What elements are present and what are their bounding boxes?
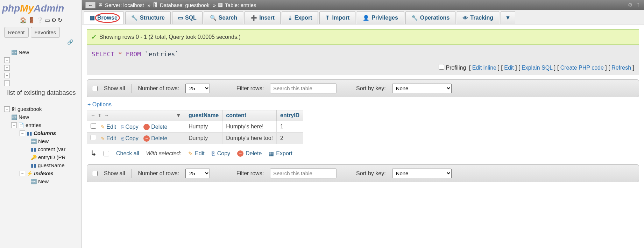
status-text: Showing rows 0 - 1 (2 total, Query took … (99, 34, 241, 40)
tree-new-table[interactable]: 🆕New (1, 113, 82, 121)
sql-window-icon[interactable]: ▭ (45, 17, 50, 23)
tab-privileges[interactable]: 👤Privileges (357, 11, 404, 24)
recent-tab[interactable]: Recent (4, 27, 29, 38)
edit-link[interactable]: Edit (504, 65, 514, 71)
filter-input[interactable] (270, 168, 337, 178)
sort-key-select[interactable]: None (392, 84, 452, 93)
sql-identifier: `entries` (145, 50, 179, 58)
tab-label: Structure (140, 15, 165, 21)
expander-icon[interactable]: − (4, 57, 10, 63)
sql-keyword: FROM (126, 50, 141, 58)
tab-tracking[interactable]: 👁Tracking (457, 11, 499, 24)
favorites-tab[interactable]: Favorites (31, 27, 60, 38)
tab-insert[interactable]: ➕Insert (245, 11, 281, 24)
crumb-database[interactable]: Database: guestbook (160, 2, 210, 8)
num-rows-select[interactable]: 25 (185, 84, 210, 93)
tree-label: Columns (34, 130, 56, 136)
edit-inline-link[interactable]: Edit inline (472, 65, 496, 71)
collapse-icon[interactable]: − (20, 171, 25, 176)
filter-input[interactable] (270, 83, 337, 93)
cell-entryid: 1 (277, 121, 303, 133)
sort-key-select[interactable]: None (392, 169, 452, 178)
back-button[interactable]: ← (85, 2, 95, 8)
expander-icon[interactable]: + (4, 65, 10, 71)
chevron-down-icon[interactable]: ▼ (176, 112, 181, 119)
tree-label: entries (26, 122, 41, 128)
bulk-copy-link[interactable]: ⎘Copy (212, 150, 230, 157)
tab-search[interactable]: 🔍Search (204, 11, 243, 24)
logout-icon[interactable]: 🚪 (28, 17, 35, 23)
filter-label: Filter rows: (236, 170, 264, 177)
explain-sql-link[interactable]: Explain SQL (522, 65, 552, 71)
home-icon[interactable]: 🏠 (20, 17, 27, 23)
collapse-icon[interactable]: − (20, 130, 25, 136)
check-all-link[interactable]: Check all (116, 150, 139, 157)
bulk-export-link[interactable]: ▦Export (269, 150, 292, 157)
bulk-delete-link[interactable]: −Delete (237, 150, 262, 157)
tree-label: Indexes (34, 170, 54, 176)
show-all-checkbox[interactable] (92, 86, 98, 91)
row-delete-link[interactable]: −Delete (143, 124, 167, 130)
tab-label: SQL (185, 15, 197, 21)
bulk-edit-link[interactable]: ✎Edit (188, 150, 205, 157)
tree-table-entries[interactable]: −📄entries (1, 121, 82, 129)
num-rows-select[interactable]: 25 (185, 169, 210, 178)
tab-sql[interactable]: ▭SQL (172, 11, 203, 24)
tree-columns[interactable]: −▮▮Columns (1, 129, 82, 137)
tab-structure[interactable]: 🔧Structure (125, 11, 171, 24)
row-checkbox[interactable] (91, 123, 96, 129)
crumb-server[interactable]: Server: localhost (105, 2, 144, 8)
reload-icon[interactable]: ↻ (58, 17, 62, 23)
tree-idx-new[interactable]: 🆕New (1, 177, 82, 185)
col-content-header[interactable]: content (222, 110, 277, 121)
show-all-label: Show all (104, 85, 125, 92)
tree-col-entryid[interactable]: 🔑entryID (PR (1, 153, 82, 161)
check-all-checkbox[interactable] (104, 151, 109, 156)
tree-indexes[interactable]: −⚡Indexes (1, 169, 82, 177)
settings-icon[interactable]: ⚙ (51, 17, 56, 23)
create-php-link[interactable]: Create PHP code (560, 65, 604, 71)
tree-new-db[interactable]: 🆕New (1, 48, 82, 56)
row-copy-link[interactable]: ⎘Copy (121, 135, 138, 142)
import-icon: ⤒ (325, 15, 330, 21)
refresh-link[interactable]: Refresh (611, 65, 631, 71)
row-checkbox[interactable] (91, 135, 96, 140)
tab-label: Search (219, 15, 237, 21)
tree-col-content[interactable]: ▮▮content (var (1, 145, 82, 153)
tab-more[interactable]: ▼ (501, 11, 515, 24)
collapse-icon[interactable]: − (4, 106, 10, 112)
browse-icon: ▦ (90, 15, 95, 21)
tab-operations[interactable]: 🔧Operations (405, 11, 455, 24)
options-toggle[interactable]: + Options (87, 97, 112, 110)
row-edit-link[interactable]: ✎Edit (101, 135, 116, 142)
tree-db-guestbook[interactable]: −🗄guestbook (1, 105, 82, 113)
tab-label: Operations (420, 15, 450, 21)
table-row: ✎Edit ⎘Copy −Delete Humpty Humpty's here… (87, 121, 303, 133)
gear-icon[interactable]: ⚙ (628, 2, 632, 8)
row-copy-link[interactable]: ⎘Copy (121, 124, 138, 130)
server-icon: 🖥 (98, 2, 103, 8)
collapse-top-icon[interactable]: ⤒ (636, 2, 641, 8)
show-all-checkbox[interactable] (92, 171, 98, 176)
docs-icon[interactable]: ❔ (36, 17, 43, 23)
tab-import[interactable]: ⤒Import (319, 11, 355, 24)
profiling-checkbox[interactable] (439, 64, 444, 70)
tab-browse[interactable]: ▦Browse (84, 11, 124, 24)
logo[interactable]: phpMyAdmin (0, 0, 82, 15)
copy-icon: ⎘ (121, 136, 124, 141)
logo-php: php (2, 3, 20, 14)
tree-col-guestname[interactable]: ▮▮guestName (1, 161, 82, 169)
col-entryid-header[interactable]: entryID (277, 110, 303, 121)
crumb-table[interactable]: Table: entries (225, 2, 256, 8)
sort-arrows-icon[interactable]: ← T → (91, 113, 109, 118)
tab-label: Import (332, 15, 349, 21)
row-delete-link[interactable]: −Delete (143, 135, 167, 142)
tree-col-new[interactable]: 🆕New (1, 137, 82, 145)
tab-export[interactable]: ⤓Export (282, 11, 318, 24)
col-guestname-header[interactable]: guestName (185, 110, 222, 121)
filter-label: Filter rows: (236, 85, 264, 92)
collapse-icon[interactable]: − (11, 122, 17, 128)
row-edit-link[interactable]: ✎Edit (101, 124, 116, 130)
link-icon[interactable]: 🔗 (67, 39, 73, 45)
expander-icon[interactable]: + (4, 73, 10, 78)
